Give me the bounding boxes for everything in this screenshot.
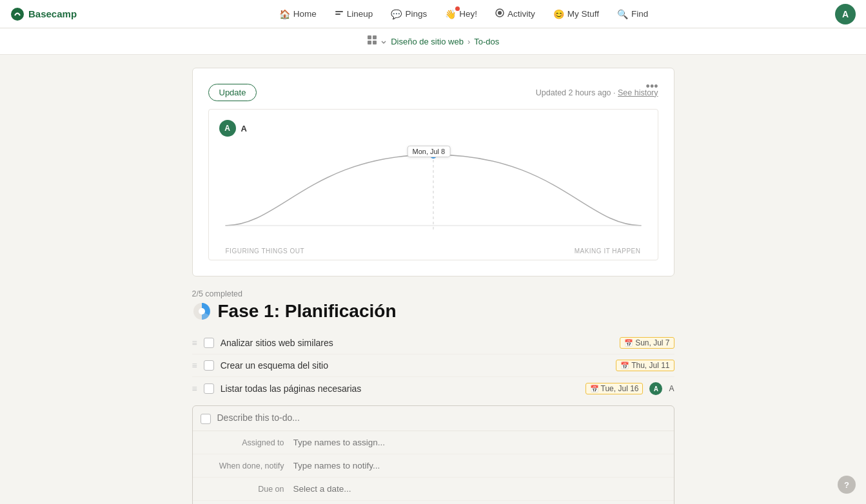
breadcrumb-separator: › xyxy=(467,37,470,46)
todos-section: 2/5 completed Fase 1: Planificación ≡ An… xyxy=(192,289,674,504)
svg-rect-6 xyxy=(373,35,377,39)
assigned-to-label: Assigned to xyxy=(203,438,293,447)
card-meta: Updated 2 hours ago · See history xyxy=(536,88,658,97)
due-badge-1: 📅 Sun, Jul 7 xyxy=(620,337,674,349)
user-avatar[interactable]: A xyxy=(835,4,856,24)
todo-checkbox-2[interactable] xyxy=(204,360,214,371)
todo-checkbox-1[interactable] xyxy=(204,338,214,348)
breadcrumb-bar: Diseño de sitio web › To-dos xyxy=(0,28,866,55)
breadcrumb-current: To-dos xyxy=(474,37,499,46)
breadcrumb: Diseño de sitio web › To-dos xyxy=(367,35,500,48)
new-todo-checkbox xyxy=(201,414,211,424)
due-on-field: Due on xyxy=(193,478,674,501)
help-button[interactable]: ? xyxy=(838,476,856,494)
main-nav: Basecamp 🏠 Home Lineup 💬 Pings 👋 Hey! xyxy=(0,0,866,28)
todos-progress: 2/5 completed xyxy=(192,289,674,298)
chart-user-avatar: A xyxy=(219,120,236,137)
svg-point-13 xyxy=(199,308,205,315)
nav-hey[interactable]: 👋 Hey! xyxy=(437,5,485,23)
svg-rect-7 xyxy=(368,41,371,44)
drag-handle[interactable]: ≡ xyxy=(192,383,197,394)
svg-point-0 xyxy=(11,8,24,21)
assignee-avatar-3: A xyxy=(649,382,662,395)
todo-text-3: Listar todas las páginas necesarias xyxy=(221,383,579,394)
assignee-label-3: A xyxy=(669,384,674,393)
pings-icon: 💬 xyxy=(391,9,402,19)
activity-icon xyxy=(495,8,504,19)
due-badge-3: 📅 Tue, Jul 16 xyxy=(586,383,644,394)
grid-icon[interactable] xyxy=(367,35,387,48)
chart-user-label: A xyxy=(241,124,247,133)
mystuff-icon: 😊 xyxy=(553,9,564,19)
svg-rect-2 xyxy=(335,14,340,15)
chart-container: A A Mon, Jul 8 xyxy=(208,109,658,260)
nav-pings[interactable]: 💬 Pings xyxy=(383,5,435,23)
new-todo-form: Assigned to When done, notify Due on Not… xyxy=(192,405,674,504)
notify-input[interactable] xyxy=(293,461,664,470)
svg-point-4 xyxy=(498,11,502,15)
assigned-to-field: Assigned to xyxy=(193,431,674,454)
svg-rect-1 xyxy=(335,11,343,12)
new-todo-input[interactable] xyxy=(217,412,666,423)
calendar-icon: 📅 xyxy=(620,362,629,370)
due-on-label: Due on xyxy=(203,485,293,494)
more-options-button[interactable]: ••• xyxy=(641,79,664,95)
todo-list: ≡ Analizar sitios web similares 📅 Sun, J… xyxy=(192,332,674,400)
assigned-to-input[interactable] xyxy=(293,438,664,447)
svg-rect-8 xyxy=(373,41,377,44)
chart-header: A A xyxy=(219,120,647,137)
todo-checkbox-3[interactable] xyxy=(204,383,214,394)
hey-icon: 👋 xyxy=(445,9,456,19)
new-todo-top xyxy=(193,406,674,431)
hill-chart: Mon, Jul 8 xyxy=(219,142,647,245)
drag-handle[interactable]: ≡ xyxy=(192,338,197,348)
svg-rect-5 xyxy=(368,35,371,39)
notes-field: Notes xyxy=(193,501,674,504)
todo-text-1: Analizar sitios web similares xyxy=(221,338,613,348)
todo-item: ≡ Analizar sitios web similares 📅 Sun, J… xyxy=(192,332,674,354)
nav-mystuff[interactable]: 😊 My Stuff xyxy=(546,5,607,23)
nav-activity[interactable]: Activity xyxy=(487,5,543,23)
todo-item: ≡ Crear un esquema del sitio 📅 Thu, Jul … xyxy=(192,354,674,377)
home-icon: 🏠 xyxy=(279,9,290,19)
hill-chart-card: ••• Update Updated 2 hours ago · See his… xyxy=(192,68,674,276)
calendar-icon: 📅 xyxy=(590,385,599,393)
breadcrumb-project[interactable]: Diseño de sitio web xyxy=(391,37,464,46)
todos-title: Fase 1: Planificación xyxy=(192,301,674,322)
lineup-icon xyxy=(335,8,344,19)
find-icon: 🔍 xyxy=(617,9,628,19)
notify-label: When done, notify xyxy=(203,461,293,470)
progress-pie-icon xyxy=(192,302,212,321)
nav-home[interactable]: 🏠 Home xyxy=(271,5,324,23)
todo-text-2: Crear un esquema del sitio xyxy=(221,360,609,371)
logo[interactable]: Basecamp xyxy=(10,7,77,21)
hill-dot-label: Mon, Jul 8 xyxy=(407,146,450,157)
card-top-bar: Update Updated 2 hours ago · See history xyxy=(208,84,658,101)
drag-handle[interactable]: ≡ xyxy=(192,360,197,371)
calendar-icon: 📅 xyxy=(624,339,633,347)
new-todo-fields: Assigned to When done, notify Due on Not… xyxy=(193,431,674,504)
update-button[interactable]: Update xyxy=(208,84,257,101)
todos-title-text: Fase 1: Planificación xyxy=(218,301,397,322)
notify-field: When done, notify xyxy=(193,454,674,478)
nav-lineup[interactable]: Lineup xyxy=(327,5,381,23)
due-on-input[interactable] xyxy=(293,484,664,494)
nav-items: 🏠 Home Lineup 💬 Pings 👋 Hey! Activity xyxy=(92,5,835,23)
todo-item: ≡ Listar todas las páginas necesarias 📅 … xyxy=(192,377,674,400)
due-badge-2: 📅 Thu, Jul 11 xyxy=(616,360,674,371)
nav-find[interactable]: 🔍 Find xyxy=(609,5,656,23)
page-content: ••• Update Updated 2 hours ago · See his… xyxy=(182,55,685,504)
chart-labels: FIGURING THINGS OUT MAKING IT HAPPEN xyxy=(219,247,647,255)
